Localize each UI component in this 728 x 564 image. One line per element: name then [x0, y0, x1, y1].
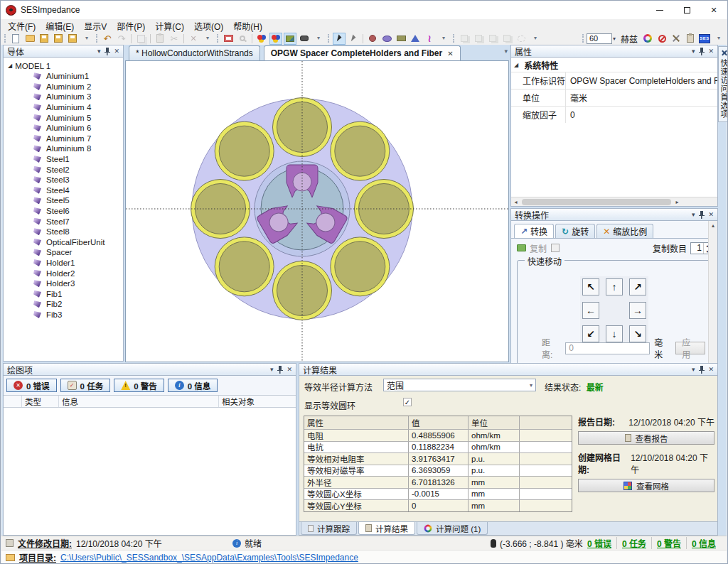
- colors-icon[interactable]: [255, 33, 268, 45]
- panel-menu-icon[interactable]: ▾: [692, 212, 695, 218]
- property-row[interactable]: 缩放因子 0: [511, 106, 717, 123]
- column-related-object[interactable]: 相关对象: [219, 396, 296, 407]
- status-link[interactable]: 0 信息: [686, 537, 721, 549]
- toolbar-grip[interactable]: [96, 34, 98, 43]
- zoom-extents-icon[interactable]: [222, 33, 235, 45]
- view-report-button[interactable]: 查看报告: [578, 431, 714, 445]
- panel-close-icon[interactable]: ✕: [114, 48, 119, 55]
- panel-close-icon[interactable]: ✕: [708, 212, 714, 218]
- save-all-icon[interactable]: [66, 33, 79, 45]
- conductor-item[interactable]: Steel7: [5, 216, 123, 227]
- column-icon[interactable]: [4, 396, 22, 407]
- panel-close-icon[interactable]: ✕: [708, 48, 714, 55]
- undo-icon[interactable]: ↶: [101, 33, 114, 45]
- pin-icon[interactable]: [698, 211, 705, 219]
- inspect-icon[interactable]: [298, 33, 311, 45]
- status-link[interactable]: 0 警告: [651, 537, 686, 549]
- tab-close-icon[interactable]: ✕: [447, 50, 453, 58]
- conductor-item[interactable]: Aluminium1: [5, 71, 123, 82]
- move-up-right-button[interactable]: ↗: [629, 278, 646, 295]
- toolbar-overflow-icon[interactable]: ▾: [437, 33, 450, 45]
- conductor-item[interactable]: Steel4: [5, 185, 123, 196]
- menu-item[interactable]: 文件(F): [3, 19, 41, 33]
- tab-overflow-icon[interactable]: ▾: [504, 48, 508, 55]
- lasso-icon[interactable]: [515, 33, 528, 45]
- move-up-left-button[interactable]: ↖: [582, 278, 599, 295]
- status-filter-button[interactable]: 0 警告: [114, 379, 164, 392]
- status-link[interactable]: 0 错误: [582, 537, 616, 549]
- column-value[interactable]: 值: [408, 416, 468, 429]
- conductor-item[interactable]: Aluminium 4: [5, 102, 123, 113]
- panel-menu-icon[interactable]: ▾: [97, 48, 101, 55]
- menu-item[interactable]: 帮助(H): [228, 19, 267, 33]
- redo-icon[interactable]: ↷: [115, 33, 128, 45]
- conductor-item[interactable]: Holder2: [5, 268, 123, 278]
- transform-panel-header[interactable]: 转换操作 ▾ ✕: [510, 208, 718, 221]
- radius-method-select[interactable]: 范围 ▾: [383, 379, 536, 391]
- array-copy-icon[interactable]: [486, 33, 499, 45]
- results-panel-header[interactable]: 计算结果 ▾ ✕: [299, 363, 718, 376]
- property-value[interactable]: 0: [565, 107, 717, 123]
- conductors-panel-header[interactable]: 导体 ▾ ✕: [3, 45, 124, 58]
- pin-icon[interactable]: [277, 366, 283, 374]
- quick-access-tab[interactable]: 快速访问首选项: [718, 46, 728, 122]
- paint-materials-icon[interactable]: [284, 33, 296, 45]
- tab-calc-problems[interactable]: 计算问题 (1): [417, 522, 488, 535]
- properties-panel-header[interactable]: 属性 ▾ ✕: [510, 45, 718, 58]
- copy-checkbox[interactable]: [551, 244, 560, 252]
- status-link[interactable]: 0 任务: [616, 537, 651, 549]
- save-icon[interactable]: [38, 33, 50, 45]
- toolbar-grip[interactable]: [582, 34, 584, 43]
- tab-hollow-conductor[interactable]: * HollowConductorWithStrands: [129, 45, 260, 60]
- scroll-up-icon[interactable]: ▴: [709, 222, 718, 229]
- conductor-item[interactable]: Fib3: [5, 310, 123, 320]
- panel-menu-icon[interactable]: ▾: [692, 367, 695, 373]
- toolbar-overflow-icon[interactable]: ▾: [529, 33, 542, 45]
- show-ring-checkbox[interactable]: ✓: [403, 398, 412, 406]
- tab-rotate[interactable]: ↻ 旋转: [555, 224, 595, 238]
- draw-ellipse-icon[interactable]: [380, 33, 393, 45]
- distance-input[interactable]: 0: [565, 342, 650, 354]
- cut-icon[interactable]: ✂: [168, 33, 181, 45]
- move-left-button[interactable]: ←: [582, 302, 599, 319]
- tree-root-model[interactable]: ◢ MODEL 1: [5, 60, 123, 71]
- menu-item[interactable]: 显示V: [79, 19, 112, 33]
- conductor-item[interactable]: Holder3: [5, 278, 123, 289]
- status-filter-button[interactable]: 0 错误: [6, 379, 57, 392]
- menu-item[interactable]: 计算(C): [150, 19, 189, 33]
- property-value[interactable]: 毫米: [565, 90, 717, 106]
- duplicate-shape-icon[interactable]: [458, 33, 471, 45]
- conductor-item[interactable]: Fib1: [5, 288, 123, 299]
- conductor-item[interactable]: Steel2: [5, 164, 123, 175]
- drawing-items-header[interactable]: 绘图项 ▾ ✕: [3, 363, 296, 376]
- no-entry-icon[interactable]: [655, 33, 668, 45]
- apply-button[interactable]: 应用: [675, 342, 705, 354]
- delete-icon[interactable]: ✕: [187, 33, 200, 45]
- frequency-dropdown-icon[interactable]: ▾: [613, 36, 616, 42]
- toolbar-grip[interactable]: [217, 34, 219, 43]
- toolbar-grip[interactable]: [4, 34, 6, 43]
- conductor-item[interactable]: Aluminium 7: [5, 134, 123, 144]
- menu-item[interactable]: 选项(O): [189, 19, 228, 33]
- tree-expander-icon[interactable]: ◢: [8, 63, 12, 69]
- conductor-item[interactable]: Aluminium 6: [5, 123, 123, 134]
- conductor-item[interactable]: Steel8: [5, 227, 123, 237]
- drawing-items-list[interactable]: [4, 408, 296, 535]
- panel-menu-icon[interactable]: ▾: [270, 367, 274, 373]
- column-property[interactable]: 属性: [304, 416, 408, 429]
- conductor-item[interactable]: Steel6: [5, 206, 123, 217]
- multi-select-cursor-icon[interactable]: [347, 33, 360, 45]
- tab-translate[interactable]: ↗ 转换: [514, 224, 554, 238]
- drawing-canvas[interactable]: [125, 60, 509, 362]
- view-mesh-button[interactable]: 查看网格: [578, 479, 714, 492]
- toolbar-overflow-icon[interactable]: ▾: [80, 33, 93, 45]
- column-unit[interactable]: 单位: [468, 416, 519, 429]
- minimize-button[interactable]: [646, 1, 673, 19]
- toolbar-grip[interactable]: [328, 34, 330, 43]
- pin-icon[interactable]: [698, 48, 705, 55]
- conductor-item[interactable]: Steel5: [5, 195, 123, 206]
- ses-app-icon[interactable]: SES: [698, 33, 711, 45]
- conductor-item[interactable]: Aluminium 8: [5, 143, 123, 154]
- status-filter-button[interactable]: 0 信息: [168, 379, 218, 392]
- draw-circle-icon[interactable]: [366, 33, 379, 45]
